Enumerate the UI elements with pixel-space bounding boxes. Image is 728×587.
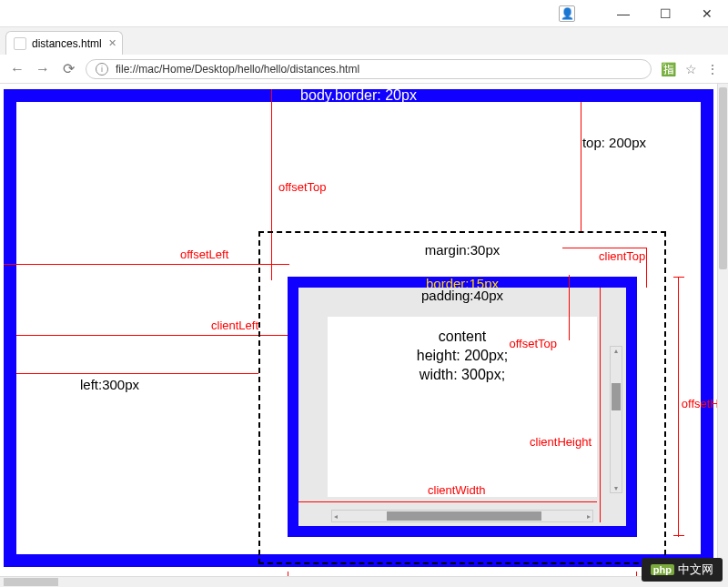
padding-box: padding:40px content height: 200px; widt… — [298, 288, 626, 526]
offsetleft-line — [4, 264, 289, 265]
page-icon — [14, 37, 26, 50]
tab-close-icon[interactable]: ✕ — [108, 37, 116, 49]
left-dimension-line — [16, 373, 258, 374]
close-button[interactable]: ✕ — [686, 0, 728, 26]
offsetleft-label: offsetLeft — [180, 248, 228, 261]
offsettop-outer-label: offsetTop — [278, 180, 327, 194]
menu-icon[interactable]: ⋮ — [706, 62, 719, 76]
user-avatar-icon[interactable]: 👤 — [559, 5, 575, 22]
top-position-label: top: 200px — [582, 135, 646, 150]
offsetheight-tick-b — [673, 535, 684, 536]
clientheight-line — [600, 288, 601, 522]
page-viewport: body.border: 20px top: 200px offsetTop o… — [0, 84, 728, 587]
tab-strip: distances.html ✕ — [0, 27, 728, 55]
reload-icon[interactable]: ⟳ — [60, 60, 76, 77]
site-info-icon[interactable]: i — [96, 63, 108, 76]
content-width-label: width: 300px; — [328, 366, 597, 385]
inner-scrollbar-v-thumb[interactable] — [612, 383, 621, 410]
content-box: content height: 200px; width: 300px; off… — [328, 317, 597, 497]
padding-label: padding:40px — [298, 288, 626, 303]
page-scrollbar-h-thumb[interactable] — [4, 578, 58, 586]
forward-icon[interactable]: → — [35, 61, 51, 77]
window-controls: — ☐ ✕ — [602, 0, 728, 26]
offsetheight-line — [678, 277, 679, 537]
margin-box: margin:30px border:15px padding:40px con… — [258, 231, 666, 564]
page-scrollbar-horizontal[interactable] — [0, 576, 717, 587]
inner-scrollbar-horizontal[interactable]: ◂ ▸ — [331, 510, 593, 522]
star-icon[interactable]: ☆ — [685, 62, 697, 76]
page-scrollbar-v-thumb[interactable] — [719, 87, 727, 269]
minimize-button[interactable]: — — [602, 0, 644, 26]
page-scrollbar-vertical[interactable] — [717, 84, 728, 576]
toolbar: ← → ⟳ i file://mac/Home/Desktop/hello/he… — [0, 55, 728, 84]
border-box: border:15px padding:40px content height:… — [288, 277, 637, 537]
top-dimension-line — [581, 102, 581, 231]
translate-icon[interactable]: 🈯 — [661, 62, 676, 76]
body-border-box: body.border: 20px top: 200px offsetTop o… — [4, 89, 713, 567]
watermark-suffix: 中文网 — [678, 562, 713, 578]
body-border-label: body.border: 20px — [16, 89, 701, 102]
watermark-prefix: php — [651, 564, 674, 575]
clientleft-label: clientLeft — [211, 319, 258, 332]
clientwidth-label: clientWidth — [428, 483, 486, 497]
maximize-button[interactable]: ☐ — [644, 0, 686, 26]
watermark-badge: php 中文网 — [642, 558, 723, 582]
clientwidth-line — [298, 501, 597, 502]
browser-tab[interactable]: distances.html ✕ — [5, 31, 123, 55]
tab-title: distances.html — [32, 37, 102, 50]
margin-label: margin:30px — [260, 242, 664, 258]
offsettop-inner-label: offsetTop — [509, 337, 557, 350]
clientleft-line — [16, 335, 298, 336]
diagram-canvas: body.border: 20px top: 200px offsetTop o… — [0, 84, 717, 576]
clientheight-label: clientHeight — [530, 435, 592, 449]
inner-scrollbar-h-thumb[interactable] — [387, 511, 541, 521]
offsettop-inner-line — [569, 275, 570, 340]
url-text: file://mac/Home/Desktop/hello/hello/dist… — [116, 63, 359, 76]
left-position-label: left:300px — [80, 377, 139, 392]
content-text: content height: 200px; width: 300px; — [328, 317, 597, 384]
address-bar[interactable]: i file://mac/Home/Desktop/hello/hello/di… — [86, 59, 652, 79]
offsetheight-tick-t — [673, 277, 684, 278]
inner-scrollbar-vertical[interactable]: ▴ ▾ — [610, 346, 622, 493]
back-icon[interactable]: ← — [9, 61, 25, 77]
toolbar-right: 🈯 ☆ ⋮ — [661, 62, 719, 76]
window-titlebar: 👤 — ☐ ✕ — [0, 0, 728, 27]
